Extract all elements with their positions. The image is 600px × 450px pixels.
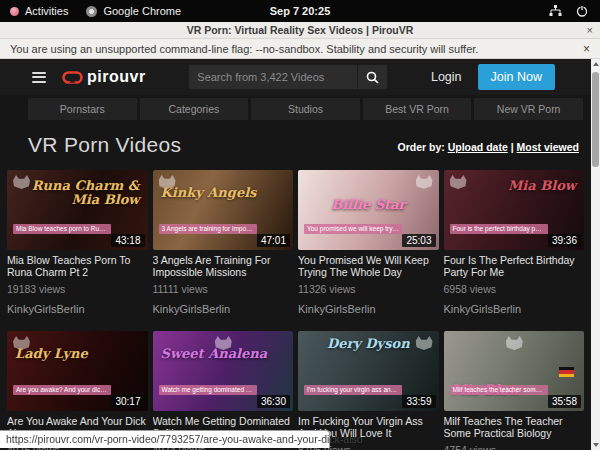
video-thumbnail[interactable]: Mia Blow Four is the perfect birthday pa… xyxy=(444,170,585,250)
activities-button[interactable]: Activities xyxy=(10,5,68,17)
gnome-top-bar: Activities Google Chrome Sep 7 20:25 xyxy=(0,0,600,22)
search-icon xyxy=(366,71,379,84)
thumbnail-caption: 3 Angels are training for impossible mis… xyxy=(159,224,257,234)
video-thumbnail[interactable]: Dery Dyson I'm fucking your virgin ass a… xyxy=(298,331,439,411)
video-card: Mia Blow Milf teaches the teacher some p… xyxy=(444,331,585,450)
nav-item-categories[interactable]: Categories xyxy=(140,98,249,120)
scrollbar-thumb[interactable] xyxy=(592,72,599,167)
chrome-warning-bar: You are using an unsupported command-lin… xyxy=(0,39,600,59)
site-logo-text: pirouvr xyxy=(87,68,146,86)
page-title: VR Porn Videos xyxy=(28,133,181,157)
search-button[interactable] xyxy=(357,65,387,89)
thumbnail-caption: You promised we will keep trying the who… xyxy=(304,224,402,234)
nav-item-new-vr-porn[interactable]: New VR Porn xyxy=(474,98,583,120)
window-title-bar: VR Porn: Virtual Reality Sex Videos | Pi… xyxy=(0,22,600,39)
video-duration-badge: 33:59 xyxy=(402,395,435,408)
thumbnail-caption: Four is the perfect birthday party for m… xyxy=(450,224,548,234)
site-logo[interactable]: pirouvr xyxy=(62,68,146,86)
video-views: 11111 views xyxy=(153,283,294,295)
site-header: pirouvr Login Join Now xyxy=(0,59,591,95)
video-thumbnail[interactable]: Billie Star You promised we will keep tr… xyxy=(298,170,439,250)
video-studio-link[interactable]: KinkyGirlsBerlin xyxy=(444,303,585,315)
video-duration-badge: 43:18 xyxy=(111,234,144,247)
power-icon[interactable] xyxy=(576,5,588,17)
studio-cat-logo-icon xyxy=(13,175,30,189)
window-title: VR Porn: Virtual Reality Sex Videos | Pi… xyxy=(0,24,600,36)
video-thumbnail[interactable]: Sweet Analena Watch me getting dominated… xyxy=(153,331,294,411)
video-title[interactable]: 3 Angels Are Training For Impossible Mis… xyxy=(153,254,294,279)
video-duration-badge: 25:03 xyxy=(402,234,435,247)
vertical-scrollbar xyxy=(591,59,600,450)
studio-cat-logo-icon xyxy=(416,336,433,350)
video-card: Kinky Angels 3 Angels are training for i… xyxy=(153,170,294,315)
video-thumbnail[interactable]: Mia Blow Milf teaches the teacher some p… xyxy=(444,331,585,411)
thumbnail-overlay-title: Lady Lyne xyxy=(15,347,140,361)
video-thumbnail[interactable]: Lady Lyne Are you awake? And your dick a… xyxy=(7,331,148,411)
studio-cat-logo-icon xyxy=(13,336,30,350)
search-input[interactable] xyxy=(189,65,357,89)
video-thumbnail[interactable]: Runa Charm & Mia Blow Mia Blow teaches p… xyxy=(7,170,148,250)
video-duration-badge: 35:58 xyxy=(548,395,581,408)
studio-cat-logo-icon xyxy=(215,336,232,350)
thumbnail-overlay-title: Dery Dyson xyxy=(306,337,431,351)
browser-viewport: pirouvr Login Join Now Pornstars Categor… xyxy=(0,59,600,450)
studio-cat-logo-icon xyxy=(450,175,467,189)
video-views: 19183 views xyxy=(7,283,148,295)
window-close-icon[interactable]: × xyxy=(587,25,593,36)
video-views: 11326 views xyxy=(298,283,439,295)
order-separator: | xyxy=(511,141,514,153)
video-title[interactable]: Four Is The Perfect Birthday Party For M… xyxy=(444,254,585,279)
video-card: Mia Blow Four is the perfect birthday pa… xyxy=(444,170,585,315)
order-by-label: Order by: xyxy=(397,141,444,153)
hamburger-menu-icon[interactable] xyxy=(32,70,46,85)
video-views: 4754 views xyxy=(444,444,585,450)
scrollbar-up-arrow[interactable] xyxy=(591,59,600,69)
network-icon[interactable] xyxy=(549,5,562,17)
video-studio-link[interactable]: KinkyGirlsBerlin xyxy=(7,303,148,315)
video-title[interactable]: You Promised We Will Keep Trying The Who… xyxy=(298,254,439,279)
video-duration-badge: 36:30 xyxy=(257,395,290,408)
page-heading-row: VR Porn Videos Order by: Upload date | M… xyxy=(0,120,591,157)
nav-item-studios[interactable]: Studios xyxy=(251,98,360,120)
video-card: Billie Star You promised we will keep tr… xyxy=(298,170,439,315)
german-flag-icon xyxy=(559,367,574,377)
activities-indicator-icon xyxy=(10,7,19,16)
status-url-tooltip: https://pirouvr.com/vr-porn-video/779325… xyxy=(0,430,330,448)
video-duration-badge: 47:01 xyxy=(257,234,290,247)
thumbnail-caption: Milf teaches the teacher some practical … xyxy=(450,385,548,395)
order-by-most-viewed-link[interactable]: Most viewed xyxy=(517,141,579,153)
studio-cat-logo-icon xyxy=(416,175,433,189)
nav-item-pornstars[interactable]: Pornstars xyxy=(28,98,137,120)
vr-goggles-icon xyxy=(62,71,83,84)
site-content: pirouvr Login Join Now Pornstars Categor… xyxy=(0,59,591,450)
video-grid: Runa Charm & Mia Blow Mia Blow teaches p… xyxy=(7,170,584,450)
chrome-icon xyxy=(86,6,97,17)
nav-item-best-vr-porn[interactable]: Best VR Porn xyxy=(363,98,472,120)
search-bar xyxy=(189,65,387,89)
app-menu-label: Google Chrome xyxy=(103,5,181,17)
video-studio-link[interactable]: KinkyGirlsBerlin xyxy=(153,303,294,315)
thumbnail-caption: Mia Blow teaches porn to Runa Charm pt. … xyxy=(13,224,111,234)
video-card: Runa Charm & Mia Blow Mia Blow teaches p… xyxy=(7,170,148,315)
video-studio-link[interactable]: KinkyGirlsBerlin xyxy=(298,303,439,315)
warning-close-icon[interactable]: × xyxy=(583,43,590,55)
thumbnail-overlay-title: Mia Blow xyxy=(452,179,577,193)
activities-label: Activities xyxy=(25,5,68,17)
order-by-controls: Order by: Upload date | Most viewed xyxy=(397,141,579,157)
thumbnail-caption: Are you awake? And your dick also? xyxy=(13,385,111,395)
video-title[interactable]: Milf Teaches The Teacher Some Practical … xyxy=(444,415,585,440)
thumbnail-caption: Watch me getting dominated softly xyxy=(159,385,257,395)
video-duration-badge: 39:36 xyxy=(548,234,581,247)
video-duration-badge: 30:17 xyxy=(111,395,144,408)
order-by-upload-date-link[interactable]: Upload date xyxy=(448,141,508,153)
main-nav: Pornstars Categories Studios Best VR Por… xyxy=(28,98,583,120)
app-menu-google-chrome[interactable]: Google Chrome xyxy=(86,5,181,17)
video-views: 6958 views xyxy=(444,283,585,295)
join-now-button[interactable]: Join Now xyxy=(478,64,555,90)
video-title[interactable]: Mia Blow Teaches Porn To Runa Charm Pt 2 xyxy=(7,254,148,279)
thumbnail-overlay-title: Kinky Angels xyxy=(161,186,286,200)
video-thumbnail[interactable]: Kinky Angels 3 Angels are training for i… xyxy=(153,170,294,250)
studio-cat-logo-icon xyxy=(159,175,176,189)
login-link[interactable]: Login xyxy=(431,70,462,84)
scrollbar-down-arrow[interactable] xyxy=(591,440,600,450)
